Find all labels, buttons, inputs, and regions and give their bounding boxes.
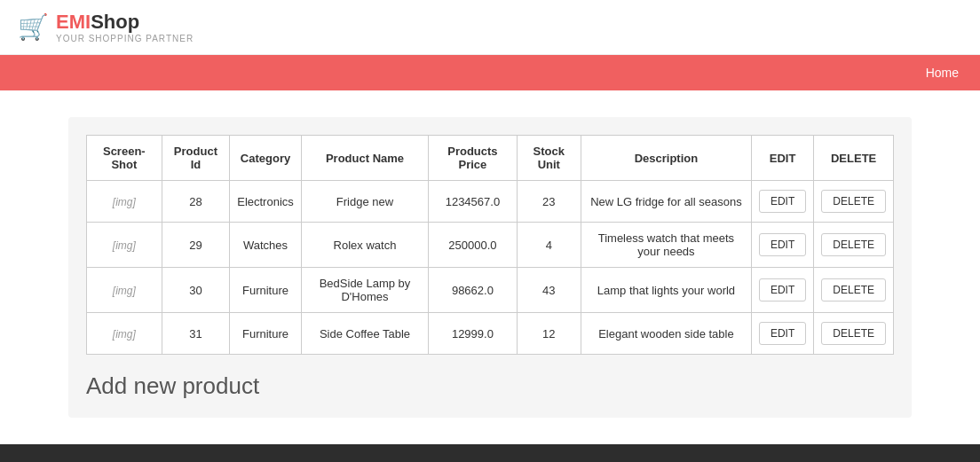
delete-button[interactable]: DELETE — [821, 233, 886, 256]
footer: Eligibility Charges EMI Card Details Ter… — [0, 444, 980, 462]
cell-edit[interactable]: EDIT — [751, 181, 813, 223]
header: 🛒 EMIShop YOUR SHOPPING PARTNER — [0, 0, 980, 55]
nav-home[interactable]: Home — [905, 55, 980, 90]
cell-category: Furniture — [230, 313, 302, 355]
cell-screenshot: [img] — [87, 313, 162, 355]
cell-description: Elegant wooden side table — [581, 313, 751, 355]
table-row: [img] 29 Watches Rolex watch 250000.0 4 … — [87, 223, 894, 268]
col-product-name: Product Name — [301, 136, 428, 181]
add-product-title[interactable]: Add new product — [86, 372, 894, 400]
cell-product-id: 28 — [162, 181, 230, 223]
col-stock-unit: Stock Unit — [517, 136, 581, 181]
col-delete: DELETE — [814, 136, 894, 181]
cell-stock-unit: 4 — [517, 223, 581, 268]
table-row: [img] 28 Electronics Fridge new 1234567.… — [87, 181, 894, 223]
products-table: Screen-Shot Product Id Category Product … — [86, 135, 894, 355]
col-price: Products Price — [429, 136, 517, 181]
cell-edit[interactable]: EDIT — [751, 223, 813, 268]
edit-button[interactable]: EDIT — [759, 233, 806, 256]
cell-price: 1234567.0 — [429, 181, 517, 223]
cell-price: 12999.0 — [429, 313, 517, 355]
cell-screenshot: [img] — [87, 181, 162, 223]
cell-product-id: 29 — [162, 223, 230, 268]
logo-shop: Shop — [91, 11, 139, 33]
edit-button[interactable]: EDIT — [759, 278, 806, 301]
main-content: Screen-Shot Product Id Category Product … — [68, 117, 912, 418]
cell-description: New LG fridge for all seasons — [581, 181, 751, 223]
table-header-row: Screen-Shot Product Id Category Product … — [87, 136, 894, 181]
cell-stock-unit: 12 — [517, 313, 581, 355]
cell-delete[interactable]: DELETE — [814, 223, 894, 268]
edit-button[interactable]: EDIT — [759, 190, 806, 213]
cell-price: 98662.0 — [429, 268, 517, 313]
cell-delete[interactable]: DELETE — [814, 313, 894, 355]
cell-category: Electronics — [230, 181, 302, 223]
cell-product-name: Rolex watch — [301, 223, 428, 268]
cell-description: Timeless watch that meets your needs — [581, 223, 751, 268]
cell-product-id: 31 — [162, 313, 230, 355]
cell-product-name: BedSide Lamp by D'Homes — [301, 268, 428, 313]
navbar: Home — [0, 55, 980, 90]
cell-edit[interactable]: EDIT — [751, 268, 813, 313]
cell-screenshot: [img] — [87, 268, 162, 313]
delete-button[interactable]: DELETE — [821, 190, 886, 213]
col-product-id: Product Id — [162, 136, 230, 181]
col-screenshot: Screen-Shot — [87, 136, 162, 181]
cart-icon: 🛒 — [18, 12, 49, 42]
cell-category: Watches — [230, 223, 302, 268]
table-row: [img] 31 Furniture Side Coffee Table 129… — [87, 313, 894, 355]
logo-tagline: YOUR SHOPPING PARTNER — [56, 34, 194, 43]
table-row: [img] 30 Furniture BedSide Lamp by D'Hom… — [87, 268, 894, 313]
cell-price: 250000.0 — [429, 223, 517, 268]
logo: EMIShop YOUR SHOPPING PARTNER — [56, 11, 194, 43]
cell-category: Furniture — [230, 268, 302, 313]
delete-button[interactable]: DELETE — [821, 278, 886, 301]
cell-delete[interactable]: DELETE — [814, 268, 894, 313]
cell-stock-unit: 23 — [517, 181, 581, 223]
cell-product-id: 30 — [162, 268, 230, 313]
edit-button[interactable]: EDIT — [759, 322, 806, 345]
col-description: Description — [581, 136, 751, 181]
cell-edit[interactable]: EDIT — [751, 313, 813, 355]
cell-description: Lamp that lights your world — [581, 268, 751, 313]
delete-button[interactable]: DELETE — [821, 322, 886, 345]
cell-stock-unit: 43 — [517, 268, 581, 313]
logo-emi: EMI — [56, 11, 91, 33]
col-category: Category — [230, 136, 302, 181]
cell-delete[interactable]: DELETE — [814, 181, 894, 223]
col-edit: EDIT — [751, 136, 813, 181]
cell-product-name: Side Coffee Table — [301, 313, 428, 355]
cell-screenshot: [img] — [87, 223, 162, 268]
cell-product-name: Fridge new — [301, 181, 428, 223]
